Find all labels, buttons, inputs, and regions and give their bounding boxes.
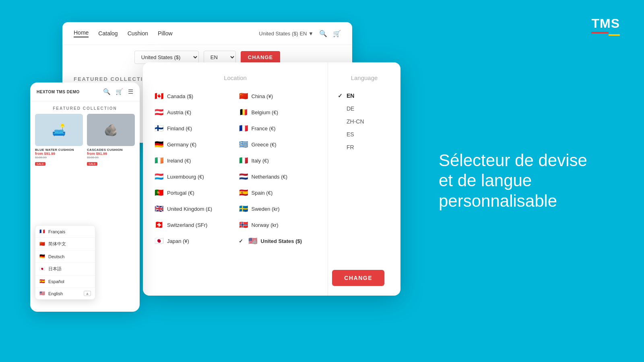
location-netherlands[interactable]: 🇳🇱 Netherlands (€) xyxy=(237,170,318,183)
finland-flag: 🇫🇮 xyxy=(154,124,164,133)
location-us[interactable]: ✓ 🇺🇸 United States ($) xyxy=(237,234,318,248)
nav-pillow[interactable]: Pillow xyxy=(158,30,173,37)
product-name-2: CASCADES CUSHION xyxy=(87,148,135,152)
location-sweden[interactable]: 🇸🇪 Sweden (kr) xyxy=(237,202,318,216)
mobile-lang-ja[interactable]: 🇯🇵 日本語 xyxy=(35,263,95,276)
mobile-featured-title: FEATURED COLLECTION xyxy=(30,101,140,114)
luxembourg-flag: 🇱🇺 xyxy=(154,172,164,181)
lang-fr[interactable]: FR xyxy=(336,141,392,154)
spain-flag: 🇪🇸 xyxy=(239,188,248,197)
canada-flag: 🇨🇦 xyxy=(154,92,164,101)
location-switzerland[interactable]: 🇨🇭 Switzerland (SFr) xyxy=(153,218,234,232)
location-title: Location xyxy=(153,74,318,81)
france-flag: 🇫🇷 xyxy=(239,124,248,133)
mobile-lang-en[interactable]: 🇺🇸 English ▲ xyxy=(35,288,95,299)
language-title: Language xyxy=(336,74,392,81)
us-flag: 🇺🇸 xyxy=(248,237,258,245)
location-norway[interactable]: 🇳🇴 Norway (kr) xyxy=(237,218,318,232)
product-price-2: from $91.99 xyxy=(87,152,135,156)
location-uk[interactable]: 🇬🇧 United Kingdom (£) xyxy=(153,202,234,216)
location-austria[interactable]: 🇦🇹 Austria (€) xyxy=(153,105,234,119)
switzerland-flag: 🇨🇭 xyxy=(154,220,164,229)
portugal-flag: 🇵🇹 xyxy=(154,188,164,197)
italy-flag: 🇮🇹 xyxy=(239,156,248,165)
modal-location-panel: Location 🇨🇦 Canada ($) 🇨🇳 China (¥) 🇦🇹 A… xyxy=(143,62,328,296)
mobile-lang-fr[interactable]: 🇫🇷 Français xyxy=(35,226,95,238)
mobile-lang-de[interactable]: 🇩🇪 Deutsch xyxy=(35,251,95,263)
sale-badge-2: SALE xyxy=(87,162,97,166)
product-image-cascades: 🪨 xyxy=(87,114,135,146)
netherlands-flag: 🇳🇱 xyxy=(239,172,248,181)
lang-es[interactable]: ES xyxy=(336,128,392,141)
mobile-nav: HEXTOM TMS DEMO 🔍 🛒 ☰ xyxy=(30,82,140,101)
lang-zhcn[interactable]: ZH-CN xyxy=(336,115,392,128)
location-portugal[interactable]: 🇵🇹 Portugal (€) xyxy=(153,186,234,200)
us-checkmark: ✓ xyxy=(239,238,243,244)
mobile-logo: HEXTOM TMS DEMO xyxy=(37,90,80,94)
location-belgium[interactable]: 🇧🇪 Belgium (€) xyxy=(237,105,318,119)
tms-logo: TMS xyxy=(591,16,620,36)
nav-catalog[interactable]: Catalog xyxy=(98,30,118,37)
china-flag: 🇨🇳 xyxy=(239,92,248,101)
country-selector[interactable]: United States ($) EN ▼ xyxy=(259,31,314,37)
search-icon[interactable]: 🔍 xyxy=(319,30,327,37)
en-checkmark: ✓ xyxy=(338,93,343,99)
product-price-1: from $91.99 xyxy=(35,152,83,156)
modal-language-panel: Language ✓ EN DE ZH-CN ES FR xyxy=(328,62,400,296)
desktop-change-button[interactable]: CHANGE xyxy=(241,51,280,64)
location-spain[interactable]: 🇪🇸 Spain (€) xyxy=(237,186,318,200)
sweden-flag: 🇸🇪 xyxy=(239,204,248,213)
location-finland[interactable]: 🇫🇮 Finland (€) xyxy=(153,121,234,135)
mobile-menu-icon[interactable]: ☰ xyxy=(128,88,133,95)
desktop-nav: Home Catalog Cushion Pillow United State… xyxy=(62,22,352,45)
product-name-1: BLUE WATER CUSHION xyxy=(35,148,83,152)
fr-flag: 🇫🇷 xyxy=(39,229,45,234)
uk-flag: 🇬🇧 xyxy=(154,204,164,213)
germany-flag: 🇩🇪 xyxy=(154,140,164,149)
main-modal: Location 🇨🇦 Canada ($) 🇨🇳 China (¥) 🇦🇹 A… xyxy=(143,62,400,296)
location-germany[interactable]: 🇩🇪 Germany (€) xyxy=(153,138,234,151)
location-ireland[interactable]: 🇮🇪 Ireland (€) xyxy=(153,154,234,167)
cart-icon[interactable]: 🛒 xyxy=(333,30,341,37)
us-flag-mobile: 🇺🇸 xyxy=(39,291,45,296)
cn-flag: 🇨🇳 xyxy=(39,241,45,247)
mobile-lang-zhcn[interactable]: 🇨🇳 简体中文 xyxy=(35,238,95,251)
mobile-product-1: 🛋️ BLUE WATER CUSHION from $91.99 $106.9… xyxy=(35,114,83,167)
mobile-cart-icon[interactable]: 🛒 xyxy=(116,88,123,95)
mobile-products: 🛋️ BLUE WATER CUSHION from $91.99 $106.9… xyxy=(30,114,140,167)
dropdown-arrow: ▲ xyxy=(84,291,91,296)
lang-en[interactable]: ✓ EN xyxy=(336,89,392,102)
mobile-lang-dropdown: 🇫🇷 Français 🇨🇳 简体中文 🇩🇪 Deutsch 🇯🇵 日本語 🇪🇸… xyxy=(35,225,95,300)
norway-flag: 🇳🇴 xyxy=(239,220,248,229)
location-france[interactable]: 🇫🇷 France (€) xyxy=(237,121,318,135)
mobile-window: HEXTOM TMS DEMO 🔍 🛒 ☰ FEATURED COLLECTIO… xyxy=(30,82,140,312)
location-luxembourg[interactable]: 🇱🇺 Luxembourg (€) xyxy=(153,170,234,183)
japan-flag: 🇯🇵 xyxy=(154,237,164,245)
location-china[interactable]: 🇨🇳 China (¥) xyxy=(237,89,318,103)
sale-badge-1: SALE xyxy=(35,162,45,166)
es-flag: 🇪🇸 xyxy=(39,279,45,284)
modal-change-button[interactable]: CHANGE xyxy=(332,270,384,286)
jp-flag: 🇯🇵 xyxy=(39,266,45,272)
nav-cushion[interactable]: Cushion xyxy=(128,30,148,37)
location-greece[interactable]: 🇬🇷 Greece (€) xyxy=(237,138,318,151)
de-flag: 🇩🇪 xyxy=(39,254,45,259)
mobile-nav-icons: 🔍 🛒 ☰ xyxy=(103,88,133,95)
mobile-search-icon[interactable]: 🔍 xyxy=(103,88,111,95)
ireland-flag: 🇮🇪 xyxy=(154,156,164,165)
tagline: Sélecteur de devise et de langue personn… xyxy=(439,150,592,211)
location-italy[interactable]: 🇮🇹 Italy (€) xyxy=(237,154,318,167)
austria-flag: 🇦🇹 xyxy=(154,108,164,117)
mobile-lang-es[interactable]: 🇪🇸 Español xyxy=(35,276,95,288)
lang-de[interactable]: DE xyxy=(336,102,392,115)
belgium-flag: 🇧🇪 xyxy=(239,108,248,117)
location-grid: 🇨🇦 Canada ($) 🇨🇳 China (¥) 🇦🇹 Austria (€… xyxy=(153,89,318,248)
product-orig-2: $106.99 xyxy=(87,156,135,159)
product-orig-1: $106.99 xyxy=(35,156,83,159)
desktop-nav-right: United States ($) EN ▼ 🔍 🛒 xyxy=(259,30,341,37)
mobile-product-2: 🪨 CASCADES CUSHION from $91.99 $106.99 S… xyxy=(87,114,135,167)
location-canada[interactable]: 🇨🇦 Canada ($) xyxy=(153,89,234,103)
product-image-blue-water: 🛋️ xyxy=(35,114,83,146)
nav-home[interactable]: Home xyxy=(74,29,89,37)
location-japan[interactable]: 🇯🇵 Japan (¥) xyxy=(153,234,234,248)
